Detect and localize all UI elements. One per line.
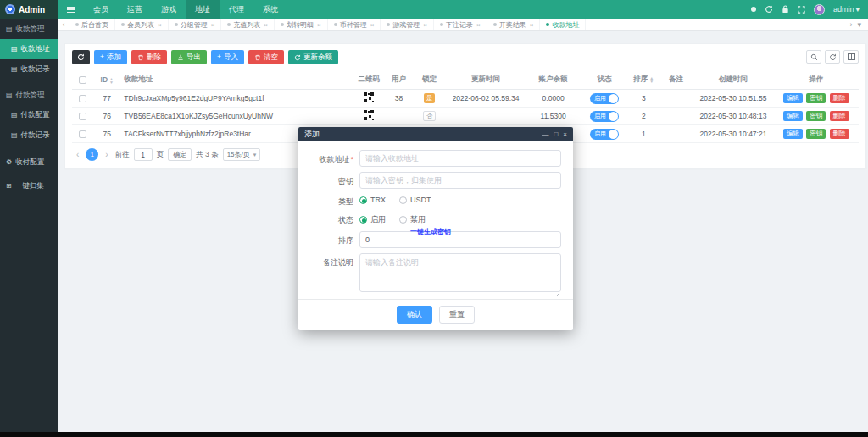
tab-group-manage[interactable]: 分组管理× — [169, 19, 222, 30]
sort-input[interactable] — [359, 231, 561, 248]
key-button[interactable]: 密钥 — [806, 111, 826, 121]
nav-menu-toggle[interactable] — [58, 0, 84, 19]
sidebar-group-payment[interactable]: ▤ 付款管理 — [0, 85, 58, 105]
export-button[interactable]: 导出 — [171, 50, 207, 64]
hamburger-menu-icon — [67, 7, 75, 13]
status-radio-enable[interactable]: 启用 — [359, 214, 386, 225]
sidebar-item-payment-settings[interactable]: ⚙ 收付配置 — [0, 151, 58, 174]
nav-item-address[interactable]: 地址 — [186, 0, 220, 19]
close-icon[interactable]: × — [211, 21, 215, 29]
update-balance-button[interactable]: 更新余额 — [288, 50, 338, 64]
add-button[interactable]: + 添加 — [94, 50, 127, 64]
tab-coin-manage[interactable]: 币种管理× — [328, 19, 381, 30]
table-tools — [806, 50, 859, 64]
tab-game-manage[interactable]: 游戏管理× — [381, 19, 434, 30]
page-number[interactable]: 1 — [86, 148, 98, 161]
tab-bet-records[interactable]: 下注记录× — [434, 19, 487, 30]
resize-grip-icon[interactable] — [554, 290, 559, 296]
tab-transfer-detail[interactable]: 划转明细× — [275, 19, 328, 30]
minimize-icon[interactable]: — — [542, 130, 548, 138]
delete-button[interactable]: 删除 — [131, 50, 167, 64]
select-all-checkbox[interactable] — [79, 76, 86, 84]
qr-code-icon[interactable] — [364, 110, 374, 120]
lock-icon[interactable] — [782, 5, 789, 14]
nav-item-members[interactable]: 会员 — [84, 0, 118, 19]
row-checkbox[interactable] — [79, 95, 86, 102]
col-sort[interactable]: 排序▲▼ — [628, 70, 659, 90]
refresh-button[interactable] — [72, 50, 90, 64]
maximize-icon[interactable]: □ — [554, 130, 558, 138]
nav-item-agents[interactable]: 代理 — [220, 0, 253, 19]
status-toggle[interactable]: 启用 — [590, 111, 619, 122]
type-radio-usdt[interactable]: USDT — [399, 196, 431, 204]
refresh-icon[interactable] — [765, 5, 773, 14]
tab-member-list[interactable]: 会员列表× — [115, 19, 169, 30]
row-checkbox[interactable] — [79, 130, 86, 138]
modal-header[interactable]: 添加 — □ × — [298, 127, 573, 141]
tab-collection-address[interactable]: 收款地址 — [540, 19, 586, 30]
columns-icon[interactable] — [843, 50, 859, 64]
sidebar-item-collection-records[interactable]: ▤ 收款记录 — [0, 59, 58, 80]
status-radio-disable[interactable]: 禁用 — [399, 214, 426, 225]
tab-dashboard[interactable]: 后台首页 — [70, 19, 115, 30]
close-icon[interactable]: × — [530, 21, 534, 29]
search-icon[interactable] — [806, 50, 821, 64]
goto-confirm-button[interactable]: 确定 — [168, 148, 192, 161]
brand[interactable]: Admin — [0, 0, 58, 19]
nav-item-games[interactable]: 游戏 — [152, 0, 186, 19]
close-icon[interactable]: × — [370, 21, 375, 29]
status-toggle[interactable]: 启用 — [590, 129, 619, 140]
user-menu[interactable]: admin ▾ — [833, 5, 860, 14]
col-lock: 锁定 — [414, 70, 446, 90]
clear-button[interactable]: 清空 — [248, 50, 284, 64]
reload-table-icon[interactable] — [825, 50, 840, 64]
secret-key-input[interactable] — [359, 172, 561, 189]
confirm-button[interactable]: 确认 — [397, 306, 432, 324]
close-icon[interactable]: × — [476, 21, 481, 29]
goto-page-input[interactable] — [134, 148, 153, 161]
nav-item-operations[interactable]: 运营 — [118, 0, 152, 19]
tab-dot-icon — [387, 23, 390, 26]
close-icon[interactable]: × — [563, 130, 567, 138]
close-icon[interactable]: × — [423, 21, 427, 29]
nav-item-system[interactable]: 系统 — [253, 0, 287, 19]
import-button[interactable]: + 导入 — [211, 50, 244, 64]
next-page-button[interactable]: › — [103, 150, 110, 159]
delete-row-button[interactable]: 删除 — [830, 93, 849, 103]
address-input[interactable] — [359, 150, 561, 167]
sidebar-group-collection[interactable]: ▤ 收款管理 — [0, 19, 58, 39]
sidebar-item-payment-records[interactable]: ▤ 付款记录 — [0, 125, 58, 146]
close-icon[interactable]: × — [264, 21, 268, 29]
col-id[interactable]: ID▲▼ — [92, 70, 121, 90]
trash-icon — [137, 54, 144, 61]
close-icon[interactable]: × — [317, 21, 321, 29]
sidebar-item-collection-address[interactable]: ▤ 收款地址 — [0, 39, 58, 59]
sidebar-item-one-key-collect[interactable]: ⊞ 一键归集 — [0, 174, 58, 198]
avatar[interactable] — [814, 4, 825, 15]
tabs-scroll-right[interactable]: › — [849, 20, 852, 29]
status-toggle[interactable]: 启用 — [590, 93, 619, 104]
tabs-menu-caret-icon[interactable]: ▾ — [857, 20, 861, 29]
remark-textarea[interactable] — [359, 253, 561, 292]
delete-row-button[interactable]: 删除 — [830, 111, 849, 121]
edit-button[interactable]: 编辑 — [783, 111, 803, 121]
reset-button[interactable]: 重置 — [439, 306, 475, 324]
per-page-select[interactable]: 15条/页 ▾ — [223, 148, 261, 161]
edit-button[interactable]: 编辑 — [783, 93, 803, 103]
type-radio-trx[interactable]: TRX — [359, 196, 386, 204]
edit-button[interactable]: 编辑 — [783, 129, 803, 139]
fullscreen-icon[interactable] — [798, 6, 805, 14]
generate-key-link[interactable]: 一键生成密钥 — [410, 227, 451, 236]
tabs-scroll-left[interactable]: ‹ — [58, 20, 70, 29]
tab-recharge-list[interactable]: 充值列表× — [221, 19, 275, 30]
close-icon[interactable]: × — [158, 21, 162, 29]
tab-draw-results[interactable]: 开奖结果× — [487, 19, 541, 30]
qr-code-icon[interactable] — [364, 92, 374, 102]
prev-page-button[interactable]: ‹ — [74, 150, 81, 159]
delete-row-button[interactable]: 删除 — [830, 129, 849, 139]
key-button[interactable]: 密钥 — [806, 93, 826, 103]
notification-dot-icon[interactable] — [751, 7, 756, 12]
key-button[interactable]: 密钥 — [806, 129, 826, 139]
row-checkbox[interactable] — [79, 113, 86, 120]
sidebar-item-payment-config[interactable]: ▤ 付款配置 — [0, 105, 58, 125]
